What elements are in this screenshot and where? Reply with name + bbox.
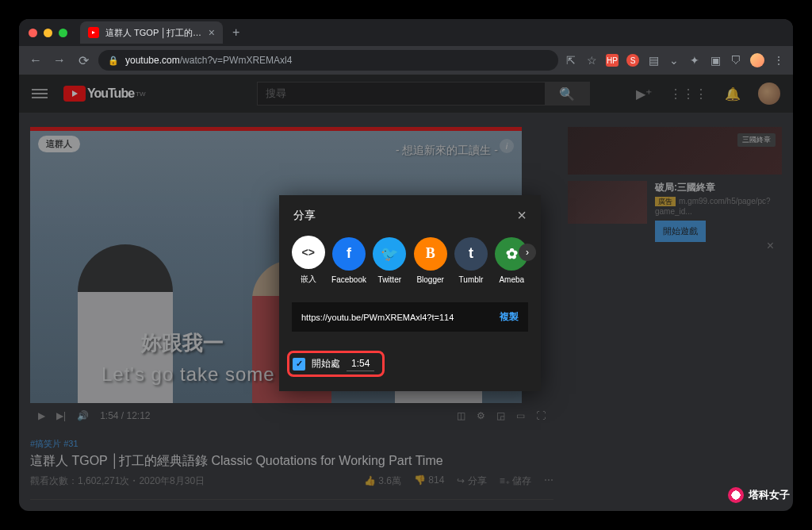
ad-cta-button[interactable]: 開始遊戲 [655, 221, 706, 242]
ad-banner[interactable]: 三國終章 [568, 127, 782, 175]
share-target-twitter[interactable]: 🐦Twitter [372, 237, 408, 284]
window-maximize-icon[interactable] [59, 29, 67, 37]
profile-avatar-icon[interactable] [750, 53, 764, 67]
time-display: 1:54 / 12:12 [100, 410, 150, 421]
share-target-嵌入[interactable]: <>嵌入 [290, 236, 326, 285]
view-count: 觀看次數：1,602,271次・2020年8月30日 [30, 474, 364, 488]
share-url[interactable]: https://youtu.be/PWmXREMAxl4?t=114 [301, 313, 500, 322]
back-icon[interactable]: ← [27, 53, 44, 67]
share-target-blogger[interactable]: BBlogger [412, 237, 448, 284]
hamburger-icon[interactable] [32, 93, 48, 94]
window-close-icon[interactable] [29, 29, 37, 37]
fullscreen-icon[interactable]: ⛶ [536, 410, 546, 421]
twitter-icon: 🐦 [373, 237, 406, 271]
youtube-header: YouTube TW 搜尋 🔍 ▶⁺ ⋮⋮⋮ 🔔 [19, 75, 793, 113]
notifications-icon[interactable]: 🔔 [725, 86, 741, 102]
start-at-highlight: ✓ 開始處 1:54 [287, 351, 385, 377]
share-icon[interactable]: ⇱ [565, 54, 577, 67]
chevron-right-icon[interactable]: › [519, 244, 536, 261]
close-icon[interactable]: × [517, 206, 527, 225]
blogger-icon: B [414, 237, 447, 271]
share-dialog-title: 分享 [293, 209, 316, 223]
save-button[interactable]: ≡₊ 儲存 [500, 474, 531, 488]
browser-toolbar: ← → ⟳ 🔒 youtube.com/watch?v=PWmXREMAxl4 … [19, 46, 793, 75]
video-title: 這群人 TGOP │打工的經典語錄 Classic Quotations for… [30, 453, 553, 470]
new-tab-button[interactable]: + [232, 25, 239, 40]
user-avatar-icon[interactable] [758, 83, 780, 105]
reload-icon[interactable]: ⟳ [75, 53, 92, 68]
menu-icon[interactable]: ⋮ [772, 54, 785, 67]
ad-title[interactable]: 破局:三國終章 [655, 181, 782, 194]
search-bar[interactable]: 搜尋 🔍 [257, 82, 590, 106]
next-icon[interactable]: ▶| [56, 410, 66, 421]
star-icon[interactable]: ☆ [585, 54, 598, 67]
extensions-icon[interactable]: ✦ [688, 54, 701, 67]
window-minimize-icon[interactable] [44, 29, 52, 37]
youtube-logo[interactable]: YouTube TW [63, 86, 146, 102]
search-button[interactable]: 🔍 [545, 83, 589, 105]
more-icon[interactable]: ⋯ [544, 474, 553, 488]
extension-icon[interactable]: S [626, 54, 639, 67]
video-watermark: 這群人 [38, 136, 80, 152]
url-domain: youtube.com [125, 55, 180, 66]
start-at-time-input[interactable]: 1:54 [347, 356, 374, 371]
reader-icon[interactable]: ▤ [647, 54, 660, 67]
share-targets-row: <>嵌入fFacebook🐦TwitterBBloggertTumblr✿Ame… [279, 232, 541, 293]
cast-icon[interactable]: ▣ [709, 54, 722, 67]
theater-icon[interactable]: ▭ [516, 410, 525, 421]
forward-icon[interactable]: → [51, 53, 68, 67]
share-target-facebook[interactable]: fFacebook [331, 237, 366, 284]
ad-url: 廣告m.gm99.com/h5/page/pc?game_id... [655, 197, 782, 216]
apps-icon[interactable]: ⋮⋮⋮ [669, 86, 707, 102]
tumblr-icon: t [454, 237, 488, 271]
address-bar[interactable]: 🔒 youtube.com/watch?v=PWmXREMAxl4 [98, 50, 558, 71]
share-url-box: https://youtu.be/PWmXREMAxl4?t=114 複製 [292, 302, 528, 332]
create-icon[interactable]: ▶⁺ [636, 86, 652, 102]
shield-icon[interactable]: ⛉ [730, 54, 742, 67]
video-overlay-text: - 想追新來的工讀生 - [396, 144, 498, 158]
ad-close-icon[interactable]: × [767, 239, 774, 253]
settings-icon[interactable]: ⚙ [477, 410, 485, 421]
tab-title: 這群人 TGOP │打工的經典語錄 C [105, 27, 202, 39]
url-path: /watch?v=PWmXREMAxl4 [180, 55, 293, 66]
youtube-favicon-icon [88, 27, 99, 38]
like-button[interactable]: 👍 3.6萬 [364, 474, 401, 488]
facebook-icon: f [332, 237, 366, 271]
subtitle-native: 妳跟我一 [141, 329, 224, 357]
captions-icon[interactable]: ◫ [457, 410, 465, 421]
嵌入-icon: <> [292, 236, 325, 269]
pocket-icon[interactable]: ⌄ [668, 54, 680, 67]
ad-corner-label: 三國終章 [737, 133, 776, 147]
share-dialog: 分享 × <>嵌入fFacebook🐦TwitterBBloggertTumbl… [279, 195, 541, 391]
browser-tab[interactable]: 這群人 TGOP │打工的經典語錄 C × [80, 21, 223, 44]
search-input[interactable]: 搜尋 [258, 83, 545, 105]
share-target-tumblr[interactable]: tTumblr [453, 237, 488, 284]
start-at-checkbox[interactable]: ✓ [293, 358, 305, 371]
tab-close-icon[interactable]: × [209, 26, 215, 39]
start-at-label: 開始處 [312, 357, 340, 371]
volume-icon[interactable]: 🔊 [77, 410, 89, 421]
ad-thumbnail[interactable] [568, 181, 647, 224]
site-watermark: 塔科女子 [728, 487, 790, 503]
play-icon[interactable]: ▶ [38, 410, 45, 421]
youtube-play-icon [63, 86, 86, 102]
info-icon[interactable]: i [500, 139, 514, 153]
dislike-button[interactable]: 👎 814 [414, 474, 444, 488]
extension-icon[interactable]: HP [606, 54, 619, 67]
browser-titlebar: 這群人 TGOP │打工的經典語錄 C × + [19, 19, 793, 46]
player-controls: ▶ ▶| 🔊 1:54 / 12:12 ◫ ⚙ ◲ ▭ ⛶ [30, 403, 553, 428]
lock-icon: 🔒 [108, 56, 119, 66]
hashtags[interactable]: #搞笑片 #31 [30, 438, 553, 450]
miniplayer-icon[interactable]: ◲ [496, 410, 505, 421]
copy-button[interactable]: 複製 [500, 310, 519, 324]
watermark-icon [728, 487, 744, 503]
share-button[interactable]: ↪ 分享 [457, 474, 486, 488]
